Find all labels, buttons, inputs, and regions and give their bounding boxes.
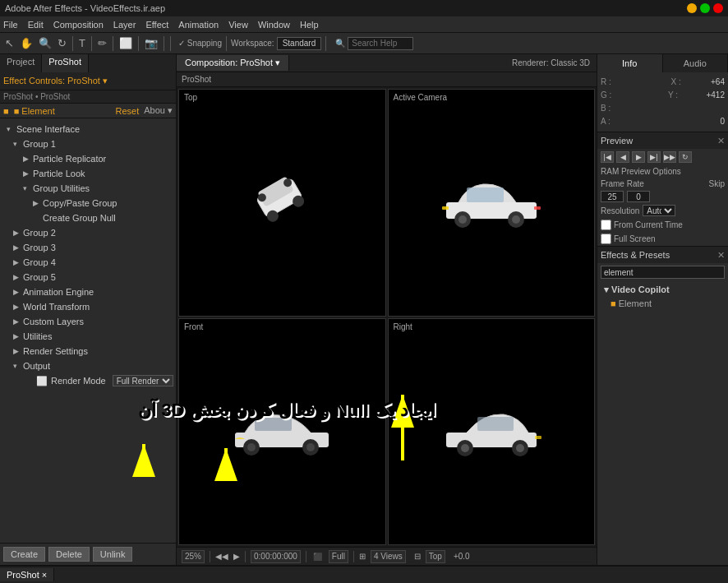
layout-icon[interactable]: ⊟ [414,552,421,561]
car-camera-svg [438,174,545,231]
prev-play-stop[interactable]: ▶ [632,151,645,163]
menu-animation[interactable]: Animation [178,20,219,30]
create-button[interactable]: Create [3,547,45,562]
reset-button[interactable]: Reset [116,106,140,116]
tab-proshot[interactable]: ProShot [42,54,89,72]
resolution-select[interactable]: Auto Full Half [643,205,675,216]
svg-point-17 [247,443,256,451]
camera-tool-icon[interactable]: 📷 [143,37,159,49]
tree-group-utilities[interactable]: ▾Group Utilities [0,181,176,196]
view-right-label: Right [394,322,412,331]
toolbar: ↖ ✋ 🔍 ↻ T ✏ ⬜ 📷 ✓ Snapping Workspace: St… [0,33,728,54]
tree-world-transform[interactable]: ▶World Transform [0,299,176,314]
ram-preview-options[interactable]: RAM Preview Options [597,165,728,178]
info-b-key: B : [601,102,611,115]
delete-button[interactable]: Delete [48,547,90,562]
tab-project[interactable]: Project [0,54,42,72]
menu-help[interactable]: Help [300,20,319,30]
about-button[interactable]: Abou ▾ [144,105,173,116]
fps-input-row [597,190,728,203]
prev-icon[interactable]: ◀◀ [215,552,228,561]
ep-close-icon[interactable]: ✕ [717,250,725,261]
workspace-value[interactable]: Standard [277,37,322,50]
ep-video-copilot[interactable]: ▾ Video Copilot [597,283,728,297]
prev-step-fwd[interactable]: ▶| [647,151,661,163]
maximize-button[interactable] [700,3,710,13]
tree-utilities[interactable]: ▶Utilities [0,329,176,344]
text-tool-icon[interactable]: T [77,37,87,49]
menu-edit[interactable]: Edit [28,20,44,30]
rotate-tool-icon[interactable]: ↻ [56,37,68,49]
tree-group5[interactable]: ▶Group 5 [0,270,176,285]
tree-create-group-null[interactable]: ▶Create Group Null [0,211,176,225]
prev-skip-start[interactable]: |◀ [601,151,614,163]
zoom-tool-icon[interactable]: 🔍 [37,37,53,49]
tab-info[interactable]: Info [597,54,663,72]
tree-particle-look[interactable]: ▶Particle Look [0,166,176,181]
skip-input[interactable] [627,191,650,202]
menu-effect[interactable]: Effect [145,20,168,30]
info-audio-tabs: Info Audio [597,54,728,72]
tree-group2[interactable]: ▶Group 2 [0,225,176,240]
prev-skip-end[interactable]: ▶▶ [663,151,676,163]
camera-display[interactable]: Top [426,550,445,563]
tree-group3[interactable]: ▶Group 3 [0,240,176,255]
grid-icon[interactable]: ⊞ [359,552,366,561]
shape-tool-icon[interactable]: ⬜ [117,37,134,49]
timecode-display[interactable]: 0:00:00:000 [251,550,301,563]
unlink-button[interactable]: Unlink [93,547,133,562]
search-help-input[interactable] [348,37,413,50]
fps-input[interactable] [601,191,624,202]
tree-copy-paste[interactable]: ▶Copy/Paste Group [0,196,176,211]
menu-composition[interactable]: Composition [53,20,104,30]
views-display[interactable]: 4 Views [371,550,406,563]
svg-rect-26 [535,436,541,439]
svg-rect-21 [477,417,514,431]
tab-audio[interactable]: Audio [663,54,729,72]
zoom-level[interactable]: 25% [182,550,205,563]
ep-tab-label: Effects & Presets [601,250,670,260]
info-a-val: 0 [720,115,725,128]
menu-view[interactable]: View [228,20,248,30]
tree-render-settings[interactable]: ▶Render Settings [0,344,176,359]
play-icon[interactable]: ▶ [233,552,240,561]
tree-group1[interactable]: ▾Group 1 [0,136,176,151]
tree-render-mode[interactable]: ▶ ⬜ Render Mode Full Render [0,373,176,388]
plus-icon[interactable]: +0.0 [454,552,470,561]
tree-group4[interactable]: ▶Group 4 [0,255,176,270]
element-tree: ▾Scene Interface ▾Group 1 ▶Particle Repl… [0,118,176,543]
tree-particle-replicator[interactable]: ▶Particle Replicator [0,151,176,166]
tree-custom-layers[interactable]: ▶Custom Layers [0,314,176,329]
preview-close-icon[interactable]: ✕ [717,136,725,146]
pen-tool-icon[interactable]: ✏ [96,37,108,49]
full-screen-checkbox[interactable] [601,234,611,244]
selection-tool-icon[interactable]: ↖ [3,37,16,49]
prev-loop[interactable]: ↻ [679,151,692,163]
close-button[interactable] [713,3,723,13]
bottom-panel: ProShot × 0:00:00:00 (25.00 fps) ▾ ⚙ # S… [0,565,728,583]
hand-tool-icon[interactable]: ✋ [18,37,35,49]
right-panel: Info Audio R : X : +64 G : Y : +412 B : [597,54,728,565]
tree-output[interactable]: ▾Output [0,359,176,373]
comp-tabs: Composition: ProShot ▾ Renderer: Classic… [177,54,597,72]
from-current-checkbox[interactable] [601,220,611,230]
ep-search-input[interactable] [601,266,725,279]
tab-timeline-proshot[interactable]: ProShot × [0,568,54,581]
effect-controls-label[interactable]: Effect Controls: ProShot ▾ [3,76,108,86]
render-mode-select[interactable]: Full Render [113,375,173,386]
comp-tab-proshot[interactable]: Composition: ProShot ▾ [177,55,289,71]
renderer-label: Renderer: Classic 3D [505,56,597,70]
snapping-label: ✓ Snapping [178,39,222,48]
ep-element[interactable]: ■ Element [597,297,728,310]
menu-window[interactable]: Window [258,20,290,30]
menu-layer[interactable]: Layer [113,20,136,30]
svg-rect-7 [467,187,504,202]
quality-icon[interactable]: ⬛ [313,553,322,561]
minimize-button[interactable] [687,3,697,13]
prev-step-back[interactable]: ◀ [616,151,629,163]
quality-display[interactable]: Full [329,550,348,563]
menu-file[interactable]: File [3,20,18,30]
window-controls[interactable] [687,3,723,13]
tree-scene-interface[interactable]: ▾Scene Interface [0,122,176,136]
tree-animation-engine[interactable]: ▶Animation Engine [0,285,176,299]
